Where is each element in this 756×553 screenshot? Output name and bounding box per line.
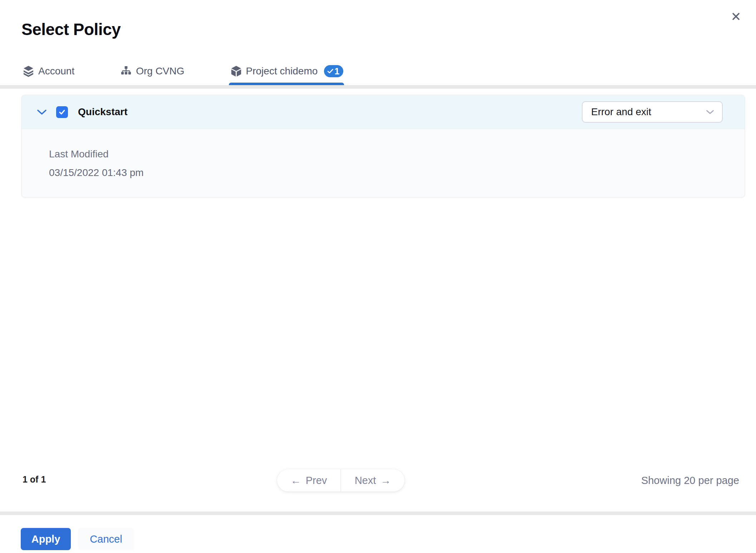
tab-label-org: Org CVNG [136, 65, 184, 77]
footer-divider [0, 512, 756, 515]
tab-label-project: Project chidemo [246, 65, 318, 77]
on-failure-select[interactable]: Error and exit [582, 101, 723, 123]
next-button[interactable]: Next → [341, 469, 404, 491]
page-indicator: 1 of 1 [23, 474, 46, 485]
prev-button[interactable]: ← Prev [277, 469, 341, 491]
pager: ← Prev Next → [277, 469, 404, 491]
per-page-label: Showing 20 per page [641, 475, 739, 486]
apply-button[interactable]: Apply [21, 528, 71, 550]
check-icon [58, 108, 66, 116]
policy-row-details: Last Modified 03/15/2022 01:43 pm [22, 129, 745, 178]
selected-count-badge: 1 [324, 65, 343, 77]
check-icon [327, 69, 334, 74]
scope-tabs: Account Org CVNG [23, 61, 343, 82]
tab-account[interactable]: Account [23, 61, 74, 82]
policy-card: Quickstart Error and exit Last Modified … [21, 95, 745, 197]
page-title: Select Policy [21, 20, 121, 39]
select-value: Error and exit [591, 106, 651, 118]
tab-project-chidemo[interactable]: Project chidemo 1 [231, 61, 344, 82]
last-modified-value: 03/15/2022 01:43 pm [49, 167, 745, 178]
chevron-down-icon [706, 110, 714, 114]
arrow-left-icon: ← [291, 475, 301, 486]
badge-count: 1 [334, 67, 339, 76]
next-label: Next [355, 475, 376, 486]
layers-icon [23, 65, 34, 77]
tab-label-account: Account [38, 65, 74, 77]
tab-org-cvng[interactable]: Org CVNG [121, 61, 184, 82]
tabs-divider [0, 85, 756, 89]
policy-name: Quickstart [78, 106, 128, 118]
policy-checkbox[interactable] [56, 106, 68, 118]
prev-label: Prev [306, 475, 327, 486]
close-icon[interactable] [730, 10, 742, 23]
last-modified-label: Last Modified [49, 149, 745, 160]
cube-icon [231, 65, 242, 77]
policy-row-header[interactable]: Quickstart Error and exit [22, 95, 745, 129]
chevron-down-icon[interactable] [37, 109, 47, 115]
arrow-right-icon: → [381, 475, 391, 486]
cancel-button[interactable]: Cancel [78, 528, 134, 550]
close-x-glyph [730, 11, 742, 22]
org-chart-icon [121, 66, 132, 77]
